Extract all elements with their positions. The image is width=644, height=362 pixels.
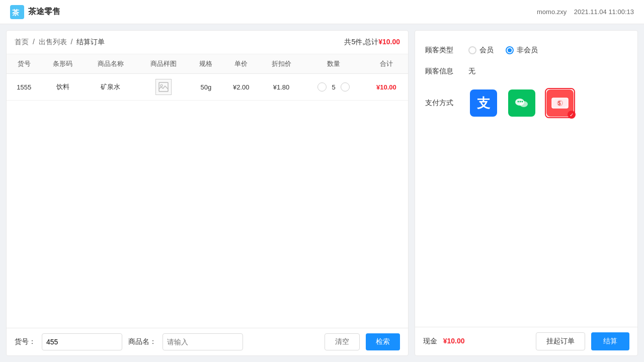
radio-non-member-label: 非会员 [517,46,538,55]
svg-text:茶: 茶 [12,9,20,17]
radio-member[interactable]: 会员 [468,46,494,55]
radio-non-member-circle [506,46,514,54]
customer-info-row: 顾客信息 无 [425,67,627,76]
radio-member-label: 会员 [479,46,494,55]
qty-value: 5 [329,83,339,91]
col-price: 单价 [222,54,260,74]
svg-point-9 [522,101,523,103]
goods-name-input[interactable] [163,333,243,350]
customer-info-label: 顾客信息 [425,67,460,76]
svg-text:$: $ [558,101,561,106]
radio-member-circle [468,46,476,54]
goods-no-input[interactable] [42,333,122,350]
cell-price: ¥2.00 [222,74,260,101]
summary-amount: ¥10.00 [378,38,400,46]
cell-spec: 50g [190,74,222,101]
goods-name-label: 商品名： [128,337,156,346]
radio-non-member[interactable]: 非会员 [506,46,538,55]
username: momo.zxy [537,8,567,16]
cell-total: ¥10.00 [365,74,408,101]
breadcrumb: 首页 / 出售列表 / 结算订单 [15,38,105,47]
datetime: 2021.11.04 11:00:13 [574,8,634,16]
breadcrumb-sep1: / [33,38,35,46]
product-table-wrapper: 货号 条形码 商品名称 商品样图 规格 单价 折扣价 数量 合计 1555 饮料 [7,54,408,328]
right-bottom-bar: 现金 ¥10.00 挂起订单 结算 [415,327,637,355]
alipay-icon: 支 [470,89,497,117]
customer-type-label: 顾客类型 [425,46,460,55]
cash-selected-badge: ✓ [568,111,576,119]
table-header-row: 货号 条形码 商品名称 商品样图 规格 单价 折扣价 数量 合计 [7,54,408,74]
cash-total: ¥10.00 [443,337,465,345]
svg-point-8 [520,101,521,103]
header-left: 茶 茶途零售 [10,5,60,19]
app-title: 茶途零售 [28,7,60,17]
svg-rect-14 [553,99,555,100]
header: 茶 茶途零售 momo.zxy 2021.11.04 11:00:13 [0,0,644,24]
cell-qty: 5 [302,74,364,101]
col-total: 合计 [365,54,408,74]
svg-rect-2 [159,82,168,92]
payment-label: 支付方式 [425,99,460,108]
clear-button[interactable]: 清空 [325,333,360,350]
product-image-placeholder [155,79,172,95]
logo-icon: 茶 [10,5,24,19]
customer-type-row: 顾客类型 会员 非会员 [425,46,627,55]
breadcrumb-home[interactable]: 首页 [15,38,29,46]
cell-barcode: 饮料 [41,74,84,101]
col-qty: 数量 [302,54,364,74]
search-button[interactable]: 检索 [366,333,400,350]
breadcrumb-current: 结算订单 [76,38,105,46]
svg-text:支: 支 [476,96,491,111]
cell-discount: ¥1.80 [260,74,303,101]
col-spec: 规格 [190,54,222,74]
right-content: 顾客类型 会员 非会员 顾客信息 无 支 [415,31,637,327]
col-barcode: 条形码 [41,54,84,74]
svg-point-6 [520,101,528,107]
svg-rect-15 [565,106,567,107]
col-image: 商品样图 [137,54,190,74]
product-table: 货号 条形码 商品名称 商品样图 规格 单价 折扣价 数量 合计 1555 饮料 [7,54,408,101]
checkout-button[interactable]: 结算 [591,332,629,350]
right-panel: 顾客类型 会员 非会员 顾客信息 无 支 [415,30,638,356]
svg-point-3 [160,84,163,86]
qty-decrease-btn[interactable] [317,82,327,92]
main-layout: 首页 / 出售列表 / 结算订单 共5件,总计¥10.00 货号 条形码 商品名… [0,24,644,362]
svg-point-7 [518,101,519,103]
order-summary: 共5件,总计¥10.00 [344,38,400,47]
col-name: 商品名称 [84,54,137,74]
wechat-pay-button[interactable] [507,88,537,118]
payment-methods: 支 [468,88,575,118]
table-row: 1555 饮料 矿泉水 50g ¥2.00 ¥1.80 5 [7,74,408,101]
cell-goods-no: 1555 [7,74,41,101]
customer-type-radio-group: 会员 非会员 [468,46,538,55]
cell-name: 矿泉水 [84,74,137,101]
payment-row: 支付方式 支 [425,88,627,118]
summary-text: 共5件,总计 [344,38,378,46]
goods-no-label: 货号： [15,337,36,346]
left-bottom-bar: 货号： 商品名： 清空 检索 [7,328,408,355]
cell-image [137,74,190,101]
qty-increase-btn[interactable] [341,82,350,92]
col-goods-no: 货号 [7,54,41,74]
left-panel: 首页 / 出售列表 / 结算订单 共5件,总计¥10.00 货号 条形码 商品名… [6,30,409,356]
breadcrumb-sep2: / [71,38,73,46]
suspend-order-button[interactable]: 挂起订单 [536,332,585,350]
header-right: momo.zxy 2021.11.04 11:00:13 [537,8,634,16]
alipay-button[interactable]: 支 [468,88,499,118]
cash-label: 现金 [423,337,437,345]
wechat-icon [508,89,535,117]
panel-header: 首页 / 出售列表 / 结算订单 共5件,总计¥10.00 [7,31,408,54]
cash-amount-display: 现金 ¥10.00 [423,337,530,346]
breadcrumb-list[interactable]: 出售列表 [39,38,67,46]
cash-icon: $ ✓ [546,89,574,117]
col-discount: 折扣价 [260,54,303,74]
customer-info-value: 无 [468,67,475,76]
cash-pay-button[interactable]: $ ✓ [545,88,575,118]
